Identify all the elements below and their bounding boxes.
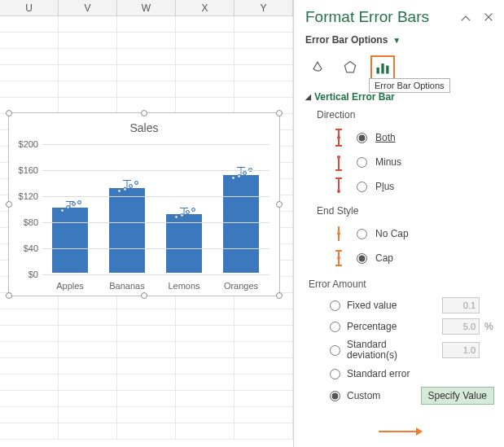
endstyle-heading: End Style — [305, 199, 494, 221]
amount-option-percentage[interactable]: Percentage % — [305, 316, 494, 337]
data-point[interactable] — [77, 200, 81, 204]
cap-icon — [330, 248, 348, 268]
data-point[interactable] — [129, 184, 133, 188]
annotation-arrow — [379, 427, 423, 436]
error-both-icon — [330, 128, 348, 147]
data-point[interactable] — [117, 189, 121, 193]
bar[interactable] — [109, 188, 145, 273]
resize-handle[interactable] — [141, 110, 147, 116]
endstyle-option-cap[interactable]: Cap — [305, 246, 494, 270]
col-header[interactable]: V — [59, 0, 117, 15]
resize-handle[interactable] — [6, 201, 12, 208]
data-point[interactable] — [237, 174, 241, 178]
data-point[interactable] — [134, 181, 138, 185]
radio-both[interactable] — [357, 133, 367, 143]
svg-point-7 — [337, 136, 340, 139]
bar-slot — [99, 144, 156, 273]
embedded-chart[interactable]: Sales $0$40$80$120$160$200 ApplesBananas… — [8, 112, 280, 296]
x-axis-label: Lemons — [156, 281, 213, 291]
svg-rect-3 — [386, 66, 388, 74]
radio-stderr[interactable] — [330, 369, 340, 379]
data-point[interactable] — [180, 213, 184, 217]
amount-option-fixed[interactable]: Fixed value — [305, 295, 494, 316]
direction-option-minus[interactable]: Minus — [305, 150, 494, 174]
nocap-icon — [330, 224, 348, 243]
format-error-bars-pane: Format Error Bars Error Bar Options ▼ Er… — [293, 0, 504, 447]
gridline — [42, 196, 270, 197]
dropdown-label: Error Bar Options — [305, 34, 388, 46]
percent-sign: % — [484, 321, 494, 332]
close-icon[interactable] — [483, 11, 494, 23]
data-point[interactable] — [123, 187, 127, 191]
col-header[interactable]: X — [176, 0, 234, 15]
amount-option-stddev[interactable]: Standard deviation(s) — [305, 337, 494, 363]
resize-handle[interactable] — [6, 292, 12, 299]
effects-tab[interactable] — [338, 55, 362, 80]
column-header-row: U V W X Y — [0, 0, 293, 16]
amount-option-custom[interactable]: Custom Specify Value — [305, 384, 494, 407]
svg-marker-0 — [344, 62, 355, 72]
fill-line-tab[interactable] — [305, 55, 330, 80]
data-point[interactable] — [174, 215, 178, 219]
data-point[interactable] — [60, 208, 64, 213]
plot-area[interactable]: $0$40$80$120$160$200 — [42, 144, 270, 273]
y-axis-label: $200 — [14, 139, 38, 149]
error-bar-options-dropdown[interactable]: Error Bar Options ▼ — [305, 31, 494, 52]
error-cap — [66, 214, 74, 215]
radio-percentage[interactable] — [330, 322, 340, 332]
chart-title[interactable]: Sales — [9, 113, 279, 139]
error-cap — [180, 221, 188, 221]
error-cap — [123, 180, 131, 181]
data-point[interactable] — [191, 208, 195, 212]
svg-point-13 — [337, 190, 340, 193]
data-point[interactable] — [231, 176, 235, 180]
percentage-input — [442, 318, 480, 335]
col-header[interactable]: Y — [234, 0, 293, 15]
resize-handle[interactable] — [141, 292, 147, 299]
radio-cap[interactable] — [357, 253, 367, 264]
data-point[interactable] — [72, 202, 76, 206]
radio-custom[interactable] — [330, 391, 340, 401]
stddev-input — [442, 342, 480, 358]
bar-slot — [213, 144, 270, 273]
data-point[interactable] — [66, 205, 70, 209]
col-header[interactable]: W — [117, 0, 176, 15]
gridline — [42, 222, 270, 223]
radio-plus[interactable] — [357, 182, 367, 192]
x-axis-label: Bananas — [99, 281, 156, 291]
y-axis-label: $160 — [14, 165, 38, 175]
resize-handle[interactable] — [276, 201, 283, 208]
bar[interactable] — [223, 175, 259, 273]
data-point[interactable] — [243, 171, 247, 175]
resize-handle[interactable] — [6, 110, 12, 116]
gridline — [42, 170, 270, 171]
x-axis-label: Oranges — [213, 281, 270, 291]
radio-stddev[interactable] — [330, 345, 340, 356]
radio-fixed[interactable] — [330, 300, 340, 311]
data-point[interactable] — [186, 210, 190, 214]
resize-handle[interactable] — [276, 110, 283, 116]
error-amount-heading: Error Amount — [305, 270, 494, 295]
task-pane-options-icon[interactable] — [460, 11, 471, 23]
specify-value-button[interactable]: Specify Value — [421, 387, 495, 405]
y-axis-label: $40 — [14, 243, 38, 253]
col-header[interactable]: U — [0, 0, 59, 15]
radio-nocap[interactable] — [357, 229, 367, 239]
resize-handle[interactable] — [276, 292, 283, 299]
svg-point-19 — [337, 256, 340, 260]
direction-heading: Direction — [305, 107, 494, 125]
amount-option-stderr[interactable]: Standard error — [305, 363, 494, 384]
error-cap — [237, 183, 245, 184]
radio-minus[interactable] — [357, 157, 367, 168]
bar-slot — [156, 144, 213, 273]
gridline — [42, 248, 270, 249]
direction-option-both[interactable]: Both — [305, 125, 494, 150]
y-axis-label: $80 — [14, 217, 38, 227]
y-axis-label: $0 — [14, 270, 38, 279]
endstyle-option-nocap[interactable]: No Cap — [305, 221, 494, 246]
error-plus-icon — [330, 177, 348, 196]
gridline — [42, 274, 270, 275]
bar[interactable] — [52, 208, 88, 273]
direction-option-plus[interactable]: Plus — [305, 174, 494, 199]
error-bar-options-tab[interactable] — [370, 55, 395, 80]
